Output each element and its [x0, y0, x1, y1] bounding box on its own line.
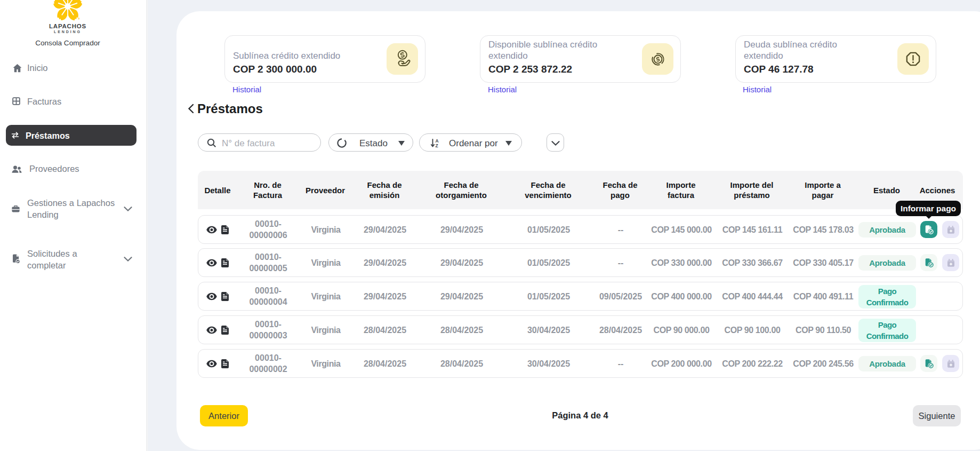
svg-text:Z: Z — [436, 143, 438, 147]
